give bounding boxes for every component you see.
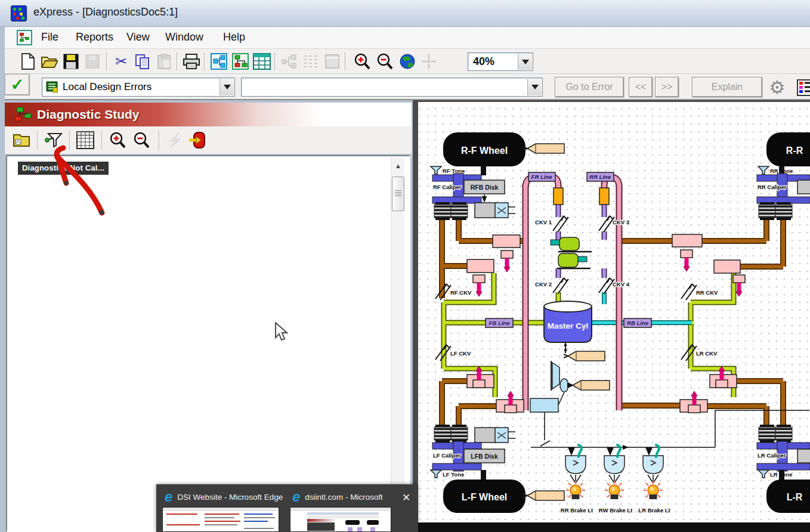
next-error-button[interactable]: >>	[655, 77, 679, 97]
menu-file[interactable]: File	[38, 30, 62, 45]
toolbar-separator	[101, 131, 103, 150]
fit-view-button[interactable]	[397, 51, 418, 72]
edge-icon: e	[165, 490, 172, 504]
table-icon	[253, 53, 271, 70]
svg-text:L-R: L-R	[787, 492, 803, 502]
app-icon	[11, 5, 27, 21]
error-filter-dropdown[interactable]	[219, 79, 234, 95]
zoom-out-button[interactable]	[375, 51, 395, 72]
open-folder-icon	[41, 54, 58, 69]
tree-scrollbar[interactable]: ▲	[391, 157, 404, 531]
svg-text:RF Tone: RF Tone	[443, 168, 465, 174]
zoom-level-value: 40%	[473, 55, 494, 68]
paste-button[interactable]	[154, 51, 174, 72]
zoom-in-button[interactable]	[352, 51, 372, 72]
legend-button[interactable]	[796, 78, 810, 98]
toolbar-separator	[37, 131, 38, 150]
schematic-panel[interactable]: R-F Wheel RF Tone RFB Disk RF Caliper	[413, 100, 810, 532]
study-zoom-out-button[interactable]	[131, 130, 152, 150]
svg-text:R-R: R-R	[786, 146, 803, 156]
svg-text:CKV 4: CKV 4	[613, 281, 630, 287]
svg-text:LF Caliper: LF Caliper	[433, 452, 461, 459]
save-button[interactable]	[61, 51, 81, 72]
new-document-icon	[21, 53, 35, 70]
preview-thumbnail[interactable]	[290, 507, 391, 532]
scroll-thumb[interactable]	[392, 177, 404, 211]
svg-text:R-F Wheel: R-F Wheel	[461, 146, 508, 156]
tree-item-selected[interactable]: Diagnostics Not Cal...	[18, 162, 109, 175]
check-design-button[interactable]: ✓	[5, 74, 30, 95]
menu-window[interactable]: Window	[162, 30, 207, 45]
toolbar-separator	[106, 52, 107, 70]
hierarchy-view-button[interactable]	[209, 51, 229, 72]
zoom-level-combo[interactable]: 40%	[468, 52, 533, 71]
toolbar-separator	[345, 52, 346, 70]
list-view-button[interactable]	[301, 51, 321, 72]
window-title: eXpress - [DiagnosticsDoc5:1]	[33, 6, 178, 18]
scroll-up-button[interactable]: ▲	[392, 159, 404, 173]
svg-text:FR Line: FR Line	[531, 174, 553, 180]
error-filter-combo[interactable]: Local Design Errors	[42, 78, 235, 97]
goto-error-button[interactable]: Go to Error	[555, 77, 624, 97]
taskbar-preview-popup: e DSI Website - Microsoft Edge e dsiint	[156, 484, 418, 532]
svg-text:L-F Wheel: L-F Wheel	[462, 492, 507, 502]
run-diagnostics-button[interactable]	[43, 130, 63, 150]
exit-icon	[188, 131, 206, 149]
svg-text:RF Caliper: RF Caliper	[433, 184, 462, 190]
svg-text:LR Caliper: LR Caliper	[758, 452, 786, 459]
save-all-button[interactable]	[82, 51, 103, 72]
svg-text:RB Line: RB Line	[627, 320, 649, 326]
error-detail-dropdown[interactable]	[527, 79, 542, 95]
study-open-button[interactable]	[12, 130, 32, 150]
table-view-button[interactable]	[252, 51, 272, 72]
zoom-dropdown-button[interactable]	[518, 54, 532, 70]
svg-text:RR Caliper: RR Caliper	[758, 184, 787, 190]
svg-text:RR Line: RR Line	[589, 174, 611, 180]
new-document-button[interactable]	[18, 51, 38, 72]
app-window: eXpress - [DiagnosticsDoc5:1] File Repor…	[0, 0, 810, 532]
page-view-button[interactable]	[322, 51, 342, 72]
print-button[interactable]	[181, 51, 202, 72]
preview-header[interactable]: e dsiintl.com - Microsoft E...	[287, 488, 410, 506]
study-tree-panel[interactable]: Diagnostics Not Cal... ▲	[6, 155, 410, 532]
preview-title: DSI Website - Microsoft Edge	[177, 493, 283, 502]
link-nodes-icon	[281, 54, 298, 69]
link-view-button[interactable]	[279, 51, 299, 72]
panel-bottom-edge	[418, 522, 810, 532]
svg-text:LF CKV: LF CKV	[450, 350, 471, 357]
preview-header[interactable]: e DSI Website - Microsoft Edge	[160, 488, 283, 506]
menu-view[interactable]: View	[123, 30, 153, 45]
zoom-out-icon	[376, 52, 394, 70]
menu-reports[interactable]: Reports	[72, 30, 117, 45]
svg-text:LFB Disk: LFB Disk	[471, 453, 498, 460]
center-view-button[interactable]	[419, 51, 439, 72]
copy-icon	[135, 54, 150, 69]
table-grid-icon	[76, 131, 94, 149]
save-icon	[63, 54, 79, 69]
toolbar-separator	[177, 52, 178, 70]
diagnostic-study-icon	[14, 106, 32, 123]
copy-button[interactable]	[132, 51, 153, 72]
preview-dsi-website[interactable]: e DSI Website - Microsoft Edge	[160, 488, 283, 532]
settings-button[interactable]: ⚙	[767, 78, 787, 98]
explain-button[interactable]: Explain	[692, 77, 762, 97]
study-run-button[interactable]: ⚡	[165, 130, 185, 150]
study-zoom-in-button[interactable]	[107, 130, 128, 150]
chevron-down-icon	[224, 85, 231, 89]
zoom-out-icon	[132, 131, 150, 149]
study-exit-button[interactable]	[187, 130, 208, 150]
study-table-button[interactable]	[75, 130, 95, 150]
cut-button[interactable]: ✂	[111, 51, 131, 72]
error-detail-combo[interactable]	[241, 78, 543, 97]
preview-close-button[interactable]: ✕	[398, 490, 414, 505]
prev-error-button[interactable]: <<	[629, 77, 653, 97]
preview-dsiintl[interactable]: e dsiintl.com - Microsoft E...	[287, 488, 410, 532]
zoom-in-icon	[353, 52, 371, 70]
design-view-button[interactable]	[230, 51, 251, 72]
menu-help[interactable]: Help	[219, 30, 249, 45]
document-icon[interactable]	[17, 30, 32, 45]
title-bar[interactable]: eXpress - [DiagnosticsDoc5:1]	[0, 0, 810, 27]
study-panel-title: Diagnostic Study	[37, 107, 140, 122]
open-button[interactable]	[39, 51, 60, 72]
preview-thumbnail[interactable]	[162, 507, 279, 532]
